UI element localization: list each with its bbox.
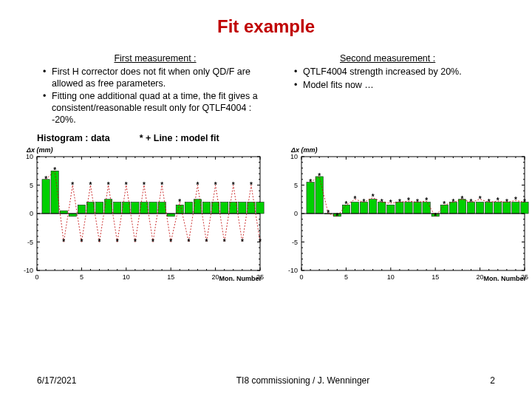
svg-text:*: * — [372, 194, 375, 202]
svg-rect-114 — [114, 202, 121, 214]
svg-rect-106 — [42, 180, 50, 214]
svg-text:*: * — [451, 198, 454, 206]
svg-text:*: * — [523, 198, 526, 206]
svg-rect-282 — [476, 202, 483, 214]
svg-text:*: * — [62, 238, 65, 246]
svg-text:*: * — [250, 181, 253, 189]
svg-text:*: * — [389, 199, 392, 207]
chart-right-svg: -10-505100510152025*********************… — [273, 148, 531, 288]
svg-rect-127 — [230, 202, 237, 214]
svg-text:*: * — [196, 181, 199, 189]
svg-text:*: * — [416, 198, 419, 206]
left-heading: First measurement : — [37, 53, 273, 64]
ylabel-left: Δx (mm) — [27, 146, 53, 154]
svg-text:*: * — [514, 196, 517, 204]
right-bullet-0: QTLF4004 strength increased by 20%. — [294, 66, 510, 78]
xlabel-right: Mon. Number — [484, 275, 527, 282]
ylabel-right: Δx (mm) — [291, 146, 318, 154]
svg-rect-130 — [256, 202, 264, 214]
svg-rect-128 — [239, 202, 246, 214]
svg-text:*: * — [169, 238, 172, 246]
charts-row: Δx (mm) -10-505100510152025*************… — [0, 148, 532, 288]
svg-rect-121 — [176, 205, 183, 214]
svg-text:*: * — [241, 238, 244, 246]
svg-rect-125 — [211, 202, 219, 214]
svg-rect-116 — [132, 202, 139, 214]
svg-text:*: * — [44, 175, 47, 183]
svg-rect-129 — [248, 202, 255, 214]
left-column: First measurement : First H corrector do… — [37, 53, 273, 127]
svg-text:-5: -5 — [27, 239, 33, 246]
svg-text:*: * — [89, 181, 92, 189]
svg-rect-268 — [351, 202, 358, 214]
svg-rect-123 — [194, 200, 201, 214]
svg-text:10: 10 — [26, 153, 33, 160]
svg-text:*: * — [381, 198, 383, 206]
svg-rect-110 — [78, 205, 85, 214]
chart-left-svg: -10-505100510152025*********************… — [9, 148, 266, 288]
svg-text:0: 0 — [294, 210, 298, 217]
svg-text:*: * — [214, 181, 217, 189]
svg-text:5: 5 — [30, 182, 33, 189]
svg-text:*: * — [71, 181, 74, 189]
svg-text:*: * — [470, 198, 473, 206]
svg-text:*: * — [125, 181, 128, 189]
svg-text:*: * — [318, 172, 321, 180]
right-bullets: QTLF4004 strength increased by 20%. Mode… — [288, 66, 510, 91]
svg-text:5: 5 — [80, 273, 83, 281]
svg-text:*: * — [460, 195, 463, 203]
svg-text:5: 5 — [344, 273, 348, 281]
svg-text:*: * — [143, 181, 146, 189]
svg-rect-109 — [69, 214, 76, 216]
svg-text:15: 15 — [432, 273, 439, 281]
svg-text:*: * — [116, 238, 119, 246]
svg-text:*: * — [80, 238, 83, 246]
svg-rect-118 — [149, 202, 157, 214]
svg-rect-112 — [95, 202, 103, 214]
svg-text:*: * — [178, 198, 181, 206]
svg-text:*: * — [363, 198, 366, 206]
svg-text:*: * — [327, 209, 330, 217]
svg-text:*: * — [434, 212, 437, 220]
footer-date: 6/17/2021 — [37, 375, 155, 386]
svg-text:*: * — [187, 238, 190, 246]
svg-rect-270 — [369, 200, 377, 214]
footer-middle: TI8 commissioning / J. Wenninger — [155, 375, 451, 386]
svg-rect-124 — [202, 202, 210, 214]
svg-text:*: * — [223, 238, 226, 246]
svg-text:*: * — [488, 198, 491, 206]
svg-text:15: 15 — [167, 273, 174, 281]
left-bullet-1: Fitting one additional quad at a time, t… — [43, 91, 273, 126]
slide-footer: 6/17/2021 TI8 commissioning / J. Wenning… — [0, 375, 532, 386]
chart-right: Δx (mm) -10-505100510152025*************… — [273, 148, 531, 288]
svg-text:*: * — [398, 198, 401, 206]
legend-model: * + Line : model fit — [140, 133, 219, 143]
svg-text:-10: -10 — [288, 267, 298, 274]
svg-rect-108 — [60, 211, 67, 214]
footer-page: 2 — [451, 375, 495, 386]
svg-text:*: * — [309, 178, 312, 186]
svg-text:*: * — [407, 197, 410, 205]
svg-text:*: * — [232, 181, 235, 189]
svg-rect-126 — [221, 202, 228, 214]
right-column: Second measurement : QTLF4004 strength i… — [288, 53, 510, 127]
svg-text:-10: -10 — [24, 267, 33, 274]
legend-data: Histogram : data — [37, 133, 110, 143]
svg-text:*: * — [354, 195, 357, 203]
left-bullets: First H corrector does not fit when only… — [37, 66, 273, 126]
legend: Histogram : data * + Line : model fit — [0, 133, 532, 143]
text-columns: First measurement : First H corrector do… — [0, 53, 532, 127]
svg-text:0: 0 — [299, 273, 303, 281]
svg-rect-263 — [307, 183, 314, 214]
chart-left: Δx (mm) -10-505100510152025*************… — [9, 148, 266, 288]
svg-text:*: * — [98, 238, 101, 246]
svg-text:20: 20 — [477, 273, 484, 281]
svg-text:*: * — [497, 197, 499, 205]
svg-text:*: * — [344, 201, 347, 209]
svg-text:*: * — [479, 195, 482, 203]
svg-rect-264 — [316, 177, 323, 214]
svg-text:-5: -5 — [292, 239, 298, 246]
page-title: Fit example — [0, 0, 532, 37]
svg-text:10: 10 — [123, 273, 130, 281]
svg-text:*: * — [205, 238, 208, 246]
